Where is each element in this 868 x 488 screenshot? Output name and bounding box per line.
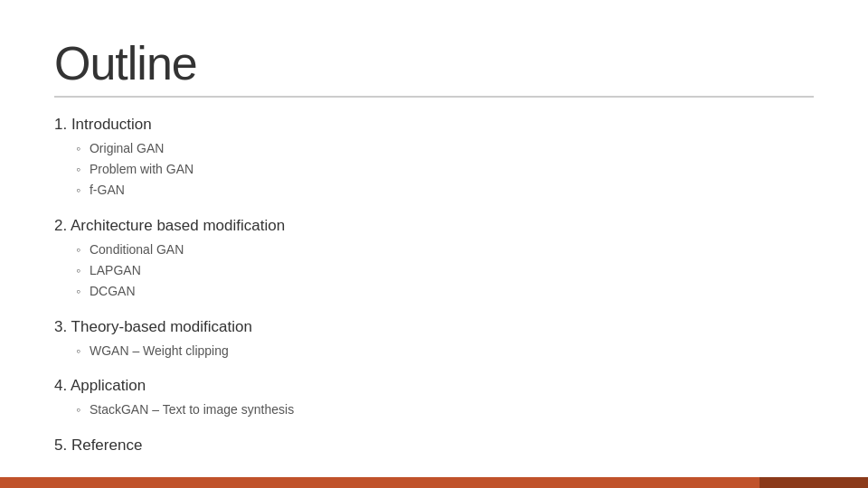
list-item: WGAN – Weight clipping [76, 341, 814, 361]
section-introduction: 1. Introduction Original GAN Problem wit… [54, 116, 814, 201]
bar-dark-orange [760, 477, 868, 488]
section-2-title: 2. Architecture based modification [54, 217, 814, 235]
section-1-title: 1. Introduction [54, 116, 814, 134]
section-4-title: 4. Application [54, 377, 814, 395]
list-item: Original GAN [76, 138, 814, 158]
section-theory: 3. Theory-based modification WGAN – Weig… [54, 318, 814, 361]
section-2-subitems: Conditional GAN LAPGAN DCGAN [54, 239, 814, 302]
section-4-subitems: StackGAN – Text to image synthesis [54, 399, 814, 419]
slide-title: Outline [54, 36, 814, 90]
section-reference: 5. Reference [54, 436, 814, 457]
section-5-title: 5. Reference [54, 436, 814, 455]
list-item: DCGAN [76, 281, 814, 301]
list-item: Problem with GAN [76, 159, 814, 179]
outline-content: 1. Introduction Original GAN Problem wit… [54, 116, 814, 457]
list-item: StackGAN – Text to image synthesis [76, 399, 814, 419]
list-item: Conditional GAN [76, 239, 814, 259]
section-architecture: 2. Architecture based modification Condi… [54, 217, 814, 302]
section-application: 4. Application StackGAN – Text to image … [54, 377, 814, 419]
title-divider [54, 96, 814, 98]
section-3-subitems: WGAN – Weight clipping [54, 341, 814, 361]
bottom-bar [0, 477, 868, 488]
list-item: f-GAN [76, 180, 814, 200]
section-1-subitems: Original GAN Problem with GAN f-GAN [54, 138, 814, 201]
slide: Outline 1. Introduction Original GAN Pro… [0, 0, 868, 488]
section-3-title: 3. Theory-based modification [54, 318, 814, 336]
list-item: LAPGAN [76, 260, 814, 280]
bar-orange [0, 477, 760, 488]
